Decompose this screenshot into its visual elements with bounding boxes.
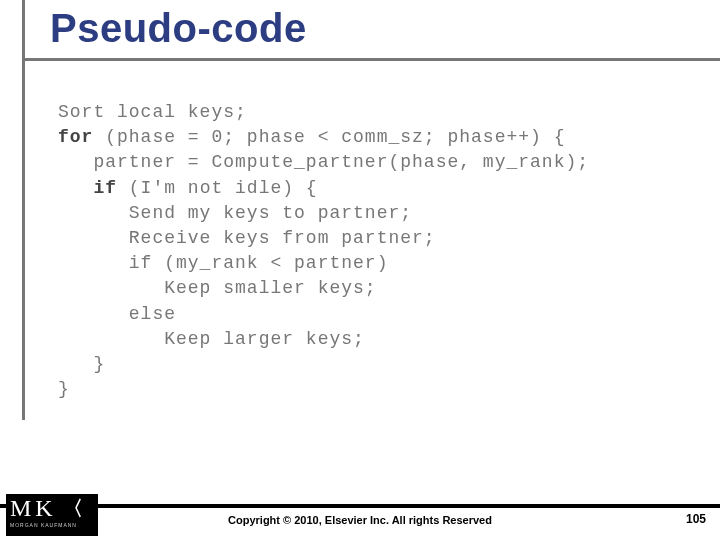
code-line: (I'm not idle) { bbox=[117, 178, 318, 198]
code-line: else bbox=[58, 304, 176, 324]
code-line: Keep smaller keys; bbox=[58, 278, 377, 298]
code-line: Receive keys from partner; bbox=[58, 228, 436, 248]
code-line: (phase = 0; phase < comm_sz; phase++) { bbox=[93, 127, 565, 147]
code-line: Send my keys to partner; bbox=[58, 203, 412, 223]
code-line: if (my_rank < partner) bbox=[58, 253, 388, 273]
copyright-text: Copyright © 2010, Elsevier Inc. All righ… bbox=[0, 514, 720, 526]
code-indent bbox=[58, 178, 93, 198]
page-number: 105 bbox=[686, 512, 706, 526]
slide-title: Pseudo-code bbox=[50, 6, 307, 51]
vertical-rule bbox=[22, 0, 25, 420]
code-line: partner = Compute_partner(phase, my_rank… bbox=[58, 152, 589, 172]
pseudocode-block: Sort local keys; for (phase = 0; phase <… bbox=[58, 100, 678, 402]
slide: Pseudo-code Sort local keys; for (phase … bbox=[0, 0, 720, 540]
keyword-if: if bbox=[93, 178, 117, 198]
code-line: } bbox=[58, 354, 105, 374]
code-line: Sort local keys; bbox=[58, 102, 247, 122]
footer-divider bbox=[0, 504, 720, 508]
code-line: } bbox=[58, 379, 70, 399]
keyword-for: for bbox=[58, 127, 93, 147]
code-line: Keep larger keys; bbox=[58, 329, 365, 349]
horizontal-rule bbox=[22, 58, 720, 61]
